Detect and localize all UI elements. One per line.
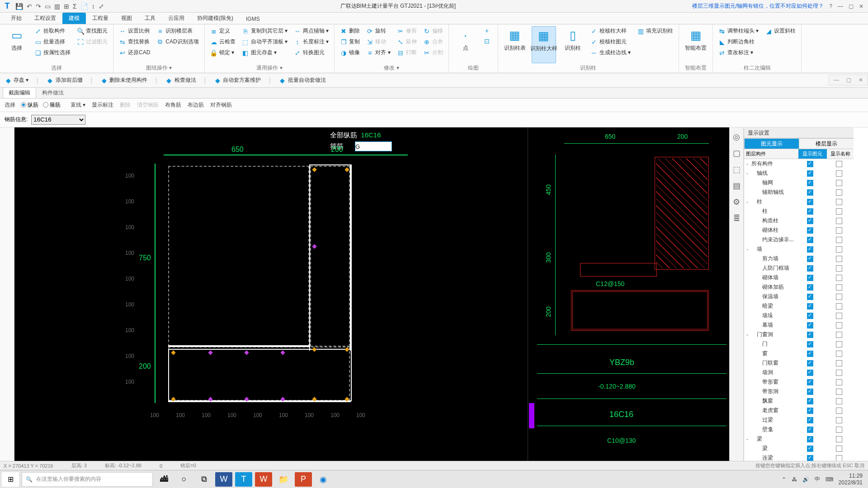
tray-ime-icon[interactable]: 中 xyxy=(815,475,820,483)
tree-row[interactable]: -柱 xyxy=(744,197,854,206)
tree-row[interactable]: 带形洞 xyxy=(744,387,854,396)
show-name-checkbox[interactable] xyxy=(836,208,842,215)
ribbon-设置比例[interactable]: ↔设置比例 xyxy=(118,26,151,36)
inner-tab-1[interactable]: 构件做法 xyxy=(36,87,70,98)
show-name-checkbox[interactable] xyxy=(836,256,842,262)
tree-row[interactable]: 辅助轴线 xyxy=(744,188,854,197)
secbar-4[interactable]: ◆ 自动套方案维护 xyxy=(213,75,262,85)
qat-icon[interactable]: 📄 xyxy=(80,3,88,10)
settings-tab-1[interactable]: 楼层显示 xyxy=(799,138,854,149)
panel-close-icon[interactable]: ✕ xyxy=(859,77,863,83)
show-element-checkbox[interactable] xyxy=(807,256,813,262)
ribbon-[interactable]: ⊡ xyxy=(482,37,493,46)
ribbon-自动平齐顶板 ▾[interactable]: ⬚自动平齐顶板 ▾ xyxy=(241,37,288,47)
ribbon-点[interactable]: ·点 xyxy=(453,26,478,63)
ribbon-校核柱图元[interactable]: ✓校核柱图元 xyxy=(590,37,632,47)
ribbon-云检查[interactable]: ☁云检查 xyxy=(209,37,236,47)
secbar-5[interactable]: ◆ 批量自动套做法 xyxy=(278,75,327,85)
ribbon-[interactable]: + xyxy=(482,26,493,35)
show-name-checkbox[interactable] xyxy=(836,427,842,433)
show-element-checkbox[interactable] xyxy=(807,427,813,433)
ribbon-修剪[interactable]: ✂修剪 xyxy=(396,26,418,36)
tab-6[interactable]: 云应用 xyxy=(162,13,191,24)
tree-row[interactable]: 砌体柱 xyxy=(744,225,854,235)
editbtn-0[interactable]: 直线 ▾ xyxy=(71,102,85,108)
show-name-checkbox[interactable] xyxy=(836,455,842,461)
tab-1[interactable]: 工程设置 xyxy=(28,13,62,24)
ribbon-定义[interactable]: ≣定义 xyxy=(209,26,236,36)
show-name-checkbox[interactable] xyxy=(836,408,842,414)
help-question-link[interactable]: 楼层三维显示图元/轴网有错位，位置不对应如何处理？ xyxy=(692,2,824,10)
show-element-checkbox[interactable] xyxy=(807,455,813,461)
minimize-icon[interactable]: — xyxy=(838,3,843,9)
steel-select[interactable]: 16C16 xyxy=(31,115,85,125)
panel-min-icon[interactable]: — xyxy=(834,77,839,83)
show-element-checkbox[interactable] xyxy=(807,332,813,338)
tree-row[interactable]: 砌体墙 xyxy=(744,273,854,282)
show-element-checkbox[interactable] xyxy=(807,360,813,366)
view3d-icon[interactable]: ◎ xyxy=(733,132,740,142)
show-element-checkbox[interactable] xyxy=(807,351,813,357)
show-element-checkbox[interactable] xyxy=(807,161,813,167)
show-name-checkbox[interactable] xyxy=(836,379,842,385)
ribbon-过滤图元[interactable]: ⛶过滤图元 xyxy=(76,37,108,47)
tree-row[interactable]: 砌体加筋 xyxy=(744,282,854,292)
ribbon-对齐 ▾[interactable]: ≡对齐 ▾ xyxy=(365,48,391,57)
ribbon-查找替换[interactable]: ⇆查找替换 xyxy=(118,37,151,47)
qat-icon[interactable]: ↕ xyxy=(92,3,95,10)
qat-icon[interactable]: ▭ xyxy=(45,3,51,10)
show-name-checkbox[interactable] xyxy=(836,170,842,177)
show-element-checkbox[interactable] xyxy=(807,379,813,385)
show-element-checkbox[interactable] xyxy=(807,237,813,243)
taskbar-clock[interactable]: 11:29 2022/8/31 xyxy=(839,473,863,486)
show-name-checkbox[interactable] xyxy=(836,284,842,291)
show-name-checkbox[interactable] xyxy=(836,199,842,205)
ribbon-判断边角柱[interactable]: ◣判断边角柱 xyxy=(717,37,760,47)
taskview-icon[interactable]: ⧉ xyxy=(195,472,212,487)
ribbon-旋转[interactable]: ⟳旋转 xyxy=(365,26,391,36)
ribbon-移动[interactable]: ⇲移动 xyxy=(365,37,391,47)
tray-up-icon[interactable]: ⌃ xyxy=(782,476,786,483)
editbtn-6[interactable]: 对齐钢筋 xyxy=(210,102,232,108)
show-name-checkbox[interactable] xyxy=(836,180,842,186)
ribbon-识别柱大样[interactable]: ▦识别柱大样 xyxy=(532,26,556,63)
float-input[interactable] xyxy=(355,141,392,151)
inner-tab-0[interactable]: 截面编辑 xyxy=(3,87,36,98)
show-element-checkbox[interactable] xyxy=(807,341,813,347)
ribbon-智能布置[interactable]: ▦智能布置 xyxy=(684,26,708,63)
show-element-checkbox[interactable] xyxy=(807,265,813,272)
secbar-1[interactable]: ◆ 添加前后缀 xyxy=(46,75,84,85)
tree-row[interactable]: 老虎窗 xyxy=(744,406,854,415)
tree-row[interactable]: -所有构件 xyxy=(744,159,854,169)
ribbon-按属性选择[interactable]: ❏按属性选择 xyxy=(33,48,71,57)
app-taskbar-icon[interactable]: T xyxy=(235,472,252,487)
tab-8[interactable]: IGMS xyxy=(240,14,266,24)
tray-ime2-icon[interactable]: ⌨ xyxy=(826,476,833,483)
ribbon-合并[interactable]: ⊕合并 xyxy=(422,37,444,47)
tree-row[interactable]: 暗梁 xyxy=(744,301,854,311)
start-button[interactable]: ⊞ xyxy=(2,472,19,487)
settings-tab-0[interactable]: 图元显示 xyxy=(744,138,799,149)
ribbon-打断[interactable]: ⊟打断 xyxy=(396,48,418,57)
show-element-checkbox[interactable] xyxy=(807,227,813,234)
section-canvas[interactable]: 全部纵筋 16C16 箍筋 650 200 750 200 xyxy=(14,127,528,484)
show-element-checkbox[interactable] xyxy=(807,370,813,376)
tree-row[interactable]: 门联窗 xyxy=(744,358,854,368)
tree-row[interactable]: 约束边缘非... xyxy=(744,235,854,244)
show-name-checkbox[interactable] xyxy=(836,303,842,310)
box-icon[interactable]: ▢ xyxy=(733,148,741,158)
ribbon-转换图元[interactable]: ⤢转换图元 xyxy=(293,48,330,57)
editbtn-5[interactable]: 布边筋 xyxy=(188,102,204,108)
plan-canvas[interactable]: 650 200 450 300 200 C12@150 YBZ9b -0.120… xyxy=(528,127,729,484)
show-element-checkbox[interactable] xyxy=(807,446,813,452)
tree-row[interactable]: 窗 xyxy=(744,349,854,358)
qat-undo-icon[interactable]: ↶ xyxy=(27,3,32,10)
radio-h[interactable]: 箍筋 xyxy=(43,101,61,109)
show-element-checkbox[interactable] xyxy=(807,322,813,328)
taskbar-search[interactable]: 🔍 在这里输入你要搜索的内容 xyxy=(22,472,153,487)
tree-row[interactable]: 幕墙 xyxy=(744,320,854,330)
tray-vol-icon[interactable]: 🔊 xyxy=(802,476,809,483)
show-element-checkbox[interactable] xyxy=(807,303,813,310)
show-name-checkbox[interactable] xyxy=(836,161,842,167)
tab-4[interactable]: 视图 xyxy=(115,13,138,24)
